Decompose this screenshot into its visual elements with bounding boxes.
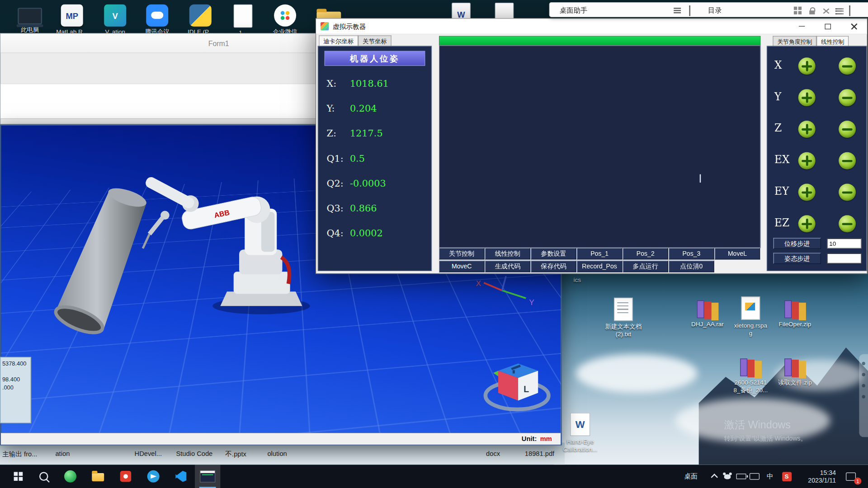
browser-icon (64, 470, 76, 483)
tab-linear-control[interactable]: 线性控制 (816, 36, 849, 46)
text-cursor (700, 174, 701, 183)
axis-z-minus-button[interactable] (839, 121, 856, 138)
console-button-r0-c4[interactable]: Pos_2 (623, 248, 668, 260)
minus-icon (842, 191, 852, 193)
data-cell: 98.400 (2, 375, 20, 382)
pose-row: Z:1217.5 (326, 121, 428, 145)
axis-y-label: Y (529, 298, 535, 307)
teach-pendant-window-icon (200, 470, 215, 483)
taskbar-adobe[interactable] (113, 465, 138, 488)
taskbar-file-explorer[interactable] (85, 465, 111, 488)
pose-value: 0.204 (350, 103, 377, 113)
close-button[interactable] (841, 19, 867, 34)
time: 15:34 (820, 469, 836, 476)
taskbar-start[interactable] (5, 465, 31, 488)
console-button-r0-c1[interactable]: 线性控制 (485, 248, 530, 260)
tab-joint-angle-control[interactable]: 关节角度控制 (773, 36, 816, 46)
background-window-labels: 主输出 fro...ationHDevel...Studio Code不.ppt… (0, 450, 868, 461)
title-bar[interactable]: 虚拟示教器 (316, 19, 867, 34)
taskbar-teach-pendant-window[interactable] (195, 465, 220, 488)
date: 2023/1/11 (808, 476, 836, 484)
console-button-r1-c4[interactable]: 多点运行 (623, 261, 668, 272)
axis-ex-plus-button[interactable] (798, 152, 816, 169)
pet-icon[interactable] (722, 465, 733, 488)
taskbar-messenger[interactable] (141, 465, 166, 488)
maximize-button[interactable] (815, 19, 841, 34)
watermark-line1: 激活 Windows (724, 418, 807, 432)
console-button-r1-c0[interactable]: MoveC (439, 261, 484, 272)
taskbar-window-label: docx (486, 450, 500, 458)
axis-label: Y (774, 90, 781, 103)
lock-icon[interactable] (808, 7, 817, 16)
taskbar-browser[interactable] (57, 465, 83, 488)
step-input-1[interactable] (827, 253, 861, 263)
console-button-r0-c3[interactable]: Pos_1 (577, 248, 622, 260)
tray-expand-icon[interactable] (708, 465, 719, 488)
file-explorer-icon (92, 473, 104, 481)
touch-keyboard-icon[interactable] (749, 465, 761, 488)
axis-y-plus-button[interactable] (798, 89, 816, 106)
minus-icon (842, 160, 852, 162)
axis-ez-plus-button[interactable] (798, 215, 816, 232)
console-button-r0-c6[interactable]: MoveL (715, 248, 760, 260)
axis-ey-plus-button[interactable] (798, 184, 816, 201)
battery-icon[interactable] (735, 465, 747, 488)
notification-center-icon[interactable]: 1 (844, 465, 858, 488)
axis-row-y: Y (767, 89, 866, 108)
console-button-r0-c5[interactable]: Pos_3 (669, 248, 714, 260)
pose-value: 0.5 (350, 152, 365, 163)
language-indicator[interactable]: 中 (764, 465, 776, 488)
tab-joint[interactable]: 关节坐标 (358, 35, 391, 46)
grid-icon[interactable] (794, 7, 803, 16)
collapse-icon[interactable] (689, 7, 698, 16)
step-button-0[interactable]: 位移步进 (774, 238, 821, 249)
axis-ex-minus-button[interactable] (839, 152, 856, 169)
axis-x-minus-button[interactable] (839, 57, 856, 75)
teach-pendant-window[interactable]: 虚拟示教器 迪卡尔坐标 关节坐标 机器人位姿 X:1018.61Y:0.204Z… (316, 18, 868, 274)
desktop-assistant-bar[interactable]: 桌面助手 目录 (549, 2, 868, 17)
taskbar-window-label: HDevel... (135, 450, 162, 458)
step-input-0[interactable] (827, 239, 861, 249)
console-button-r1-c3[interactable]: Record_Pos (577, 261, 622, 272)
pose-label: Q1: (326, 152, 349, 163)
menu-icon[interactable] (674, 7, 683, 16)
code-console[interactable] (439, 45, 760, 248)
ime-icon[interactable]: S (781, 465, 793, 488)
axis-z-plus-button[interactable] (798, 121, 816, 138)
pose-label: Q4: (326, 227, 349, 238)
console-button-r1-c1[interactable]: 生成代码 (485, 261, 530, 272)
windows-desktop: 此电脑MPMatLab R...VV..ation腾讯会议IDLE (P...1… (0, 0, 868, 488)
sim-status-bar: Unit: mm (1, 433, 561, 445)
catalog-button[interactable]: 目录 (708, 6, 722, 15)
list-icon[interactable] (835, 7, 844, 16)
chevron-up-icon[interactable] (849, 7, 858, 16)
clock[interactable]: 15:34 2023/1/11 (795, 465, 836, 488)
taskbar-window-label: Studio Code (176, 450, 212, 458)
desktop-toolbar-toggle[interactable]: 桌面 (680, 465, 702, 488)
console-button-r0-c2[interactable]: 参数设置 (531, 248, 576, 260)
pose-value: 0.0002 (350, 227, 383, 238)
pose-row: X:1018.61 (326, 71, 428, 96)
taskbar-search[interactable] (31, 465, 57, 488)
console-button-r1-c2[interactable]: 保存代码 (531, 261, 576, 272)
axis-y-minus-button[interactable] (839, 89, 856, 106)
minimize-button[interactable] (789, 19, 815, 34)
step-button-1[interactable]: 姿态步进 (774, 253, 821, 264)
console-button-r0-c0[interactable]: 关节控制 (439, 248, 484, 260)
axis-ey-minus-button[interactable] (839, 184, 856, 201)
console-button-r1-c5[interactable]: 点位清0 (669, 261, 714, 272)
axis-ez-minus-button[interactable] (839, 215, 856, 232)
workpiece-cylinder[interactable] (52, 184, 148, 338)
view-navigation-cube[interactable]: L (486, 363, 549, 409)
scissors-icon[interactable] (821, 7, 830, 16)
unit-label: Unit: (522, 435, 537, 442)
tab-cartesian[interactable]: 迪卡尔坐标 (319, 35, 358, 46)
edge-dock[interactable] (859, 354, 868, 437)
axis-row-ez: EZ (767, 215, 866, 234)
cube-face-letter: L (524, 384, 529, 394)
abb-robot[interactable]: ABB (143, 175, 310, 314)
step-settings: 位移步进姿态步进 (774, 238, 864, 269)
taskbar-vscode[interactable] (168, 465, 193, 488)
axis-x-plus-button[interactable] (798, 57, 816, 75)
axis-label: EZ (774, 216, 789, 229)
